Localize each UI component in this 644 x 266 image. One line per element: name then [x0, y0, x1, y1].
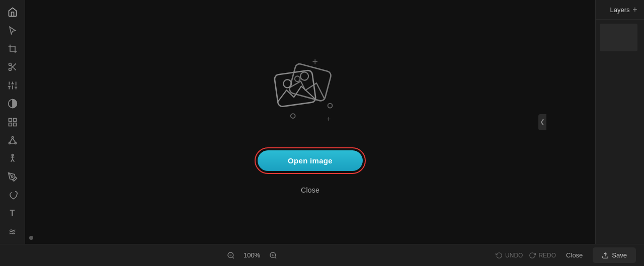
texture-tool-button[interactable]: ≋ [4, 224, 22, 240]
svg-rect-15 [9, 118, 12, 121]
selection-tool-button[interactable] [4, 22, 22, 38]
layers-add-icon: + [632, 5, 637, 14]
svg-line-23 [13, 138, 16, 142]
svg-point-30 [11, 175, 13, 177]
svg-rect-18 [9, 123, 12, 126]
svg-point-33 [295, 76, 300, 81]
puppet-tool-button[interactable] [4, 150, 22, 166]
panel-collapse-button[interactable] [538, 114, 546, 130]
zoom-in-button[interactable] [266, 248, 280, 262]
svg-text:+: + [312, 56, 318, 67]
save-icon [602, 252, 609, 259]
text-tool-label: T [10, 209, 15, 218]
status-bar: 100% UNDO REDO [0, 244, 644, 266]
dialog-content: + + + [255, 50, 366, 194]
svg-point-36 [300, 71, 310, 81]
svg-rect-37 [274, 70, 316, 107]
svg-line-22 [10, 138, 13, 142]
grid-tool-button[interactable] [4, 114, 22, 130]
svg-line-43 [232, 257, 234, 258]
status-bar-right: UNDO REDO Close Save [496, 247, 636, 263]
svg-line-3 [14, 68, 16, 70]
undo-redo-group: UNDO REDO [496, 252, 556, 259]
zoom-out-button[interactable] [224, 248, 238, 262]
svg-line-46 [275, 257, 276, 258]
svg-text:+: + [327, 115, 331, 123]
svg-point-40 [328, 104, 333, 108]
contrast-tool-button[interactable] [4, 96, 22, 112]
svg-rect-16 [13, 118, 16, 121]
nodes-tool-button[interactable] [4, 132, 22, 148]
layers-panel-title: Layers [610, 6, 629, 14]
undo-button[interactable]: UNDO [496, 252, 523, 259]
svg-point-25 [12, 154, 13, 156]
text-tool-button[interactable]: T [4, 205, 22, 221]
open-image-highlight-border: Open image [255, 147, 366, 174]
layers-add-button[interactable]: + [630, 5, 640, 15]
save-button[interactable]: Save [593, 247, 636, 263]
adjust-tool-button[interactable] [4, 77, 22, 94]
layers-panel-header: Layers + [596, 0, 644, 20]
svg-line-29 [13, 159, 14, 162]
svg-text:+: + [314, 130, 318, 130]
svg-point-1 [9, 68, 11, 71]
app-container: T ≋ + + [0, 0, 644, 244]
texture-tool-label: ≋ [9, 226, 16, 237]
crop-tool-button[interactable] [4, 41, 22, 57]
dot-indicator [29, 236, 33, 240]
layers-panel: Layers + [595, 0, 644, 244]
dialog-close-button[interactable]: Close [301, 186, 319, 194]
save-label: Save [612, 251, 627, 259]
redo-label: REDO [538, 252, 556, 259]
brush-tool-button[interactable] [4, 187, 22, 203]
layer-thumbnail[interactable] [600, 24, 637, 51]
status-bar-center: 100% [224, 248, 280, 262]
svg-point-19 [12, 136, 13, 138]
close-bar-button[interactable]: Close [560, 248, 589, 262]
cut-tool-button[interactable] [4, 59, 22, 75]
svg-point-41 [291, 114, 295, 118]
open-image-button[interactable]: Open image [258, 150, 363, 171]
left-toolbar: T ≋ [0, 0, 25, 244]
zoom-level-display: 100% [242, 251, 262, 259]
canvas-area: + + + [25, 0, 595, 244]
pen-tool-button[interactable] [4, 169, 22, 185]
image-illustration: + + + [265, 50, 355, 135]
redo-button[interactable]: REDO [529, 252, 556, 259]
home-tool-button[interactable] [4, 4, 22, 20]
svg-rect-17 [13, 123, 16, 126]
undo-label: UNDO [505, 252, 523, 259]
